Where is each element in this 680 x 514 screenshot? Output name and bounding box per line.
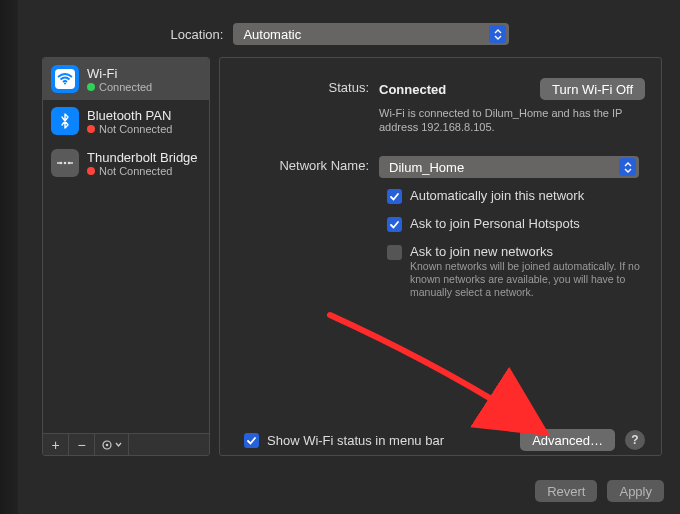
status-description: Wi-Fi is connected to Dilum_Home and has… bbox=[379, 106, 634, 134]
ask-new-networks-checkbox[interactable] bbox=[387, 245, 402, 260]
apply-button[interactable]: Apply bbox=[607, 480, 664, 502]
svg-point-5 bbox=[105, 443, 108, 446]
window-left-shadow bbox=[0, 0, 18, 514]
ask-hotspot-checkbox[interactable] bbox=[387, 217, 402, 232]
wifi-icon bbox=[51, 65, 79, 93]
ask-new-networks-note: Known networks will be joined automatica… bbox=[410, 260, 645, 299]
bluetooth-icon bbox=[51, 107, 79, 135]
sidebar-item-wifi[interactable]: Wi-Fi Connected bbox=[43, 58, 209, 100]
location-select[interactable]: Automatic bbox=[233, 23, 509, 45]
chevron-down-icon bbox=[115, 442, 122, 447]
sidebar-item-bluetooth-pan[interactable]: Bluetooth PAN Not Connected bbox=[43, 100, 209, 142]
help-button[interactable]: ? bbox=[625, 430, 645, 450]
location-row: Location: Automatic bbox=[0, 23, 680, 45]
sidebar-item-thunderbolt-bridge[interactable]: Thunderbolt Bridge Not Connected bbox=[43, 142, 209, 184]
status-label: Status: bbox=[234, 78, 369, 95]
svg-point-1 bbox=[60, 162, 63, 165]
status-dot-icon bbox=[87, 125, 95, 133]
show-status-checkbox[interactable] bbox=[244, 433, 259, 448]
window-actions: Revert Apply bbox=[535, 480, 664, 502]
status-value: Connected bbox=[379, 82, 446, 97]
svg-point-0 bbox=[64, 83, 66, 85]
network-services-list: Wi-Fi Connected Bluetooth PAN Not Connec… bbox=[42, 57, 210, 456]
detail-panel: Status: Connected Turn Wi-Fi Off Wi-Fi i… bbox=[219, 57, 662, 456]
status-dot-icon bbox=[87, 83, 95, 91]
add-service-button[interactable]: + bbox=[43, 434, 69, 455]
gear-dropdown-icon bbox=[102, 439, 114, 451]
revert-button[interactable]: Revert bbox=[535, 480, 597, 502]
sidebar-item-label: Thunderbolt Bridge bbox=[87, 150, 198, 165]
remove-service-button[interactable]: − bbox=[69, 434, 95, 455]
network-name-value: Dilum_Home bbox=[389, 160, 464, 175]
turn-wifi-off-button[interactable]: Turn Wi-Fi Off bbox=[540, 78, 645, 100]
location-label: Location: bbox=[171, 27, 224, 42]
network-name-select[interactable]: Dilum_Home bbox=[379, 156, 639, 178]
ask-hotspot-label: Ask to join Personal Hotspots bbox=[410, 216, 580, 231]
auto-join-checkbox[interactable] bbox=[387, 189, 402, 204]
auto-join-label: Automatically join this network bbox=[410, 188, 584, 203]
sidebar-item-label: Wi-Fi bbox=[87, 66, 152, 81]
sidebar-item-label: Bluetooth PAN bbox=[87, 108, 172, 123]
ask-new-networks-label: Ask to join new networks bbox=[410, 244, 553, 259]
svg-point-3 bbox=[64, 162, 67, 165]
thunderbolt-icon bbox=[51, 149, 79, 177]
updown-icon bbox=[619, 158, 636, 176]
status-dot-icon bbox=[87, 167, 95, 175]
show-status-label: Show Wi-Fi status in menu bar bbox=[267, 433, 444, 448]
svg-point-2 bbox=[68, 162, 71, 165]
updown-icon bbox=[489, 25, 506, 43]
location-value: Automatic bbox=[243, 27, 301, 42]
network-name-label: Network Name: bbox=[234, 156, 369, 173]
more-actions-button[interactable] bbox=[95, 434, 129, 455]
list-bottom-bar: + − bbox=[43, 433, 209, 455]
advanced-button[interactable]: Advanced… bbox=[520, 429, 615, 451]
